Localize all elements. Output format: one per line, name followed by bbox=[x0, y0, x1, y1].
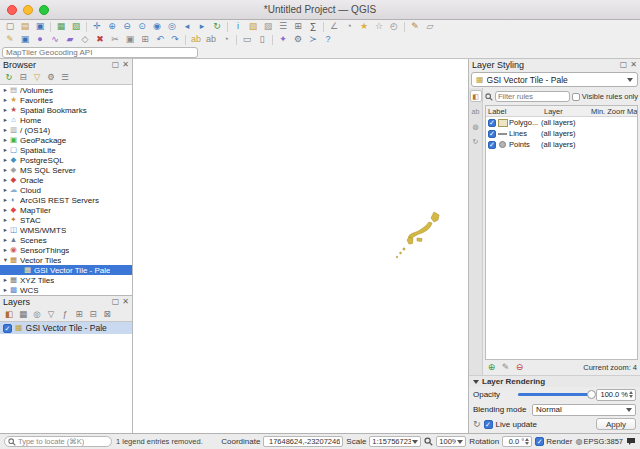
refresh-browser-icon[interactable]: ↻ bbox=[3, 72, 15, 83]
minimize-window-button[interactable] bbox=[23, 5, 33, 15]
rule-row[interactable]: Lines (all layers) bbox=[486, 128, 637, 139]
expand-arrow-icon[interactable]: ▸ bbox=[2, 127, 9, 134]
new-bookmark-icon[interactable]: ★ bbox=[357, 21, 371, 33]
browser-item[interactable]: ▸ ✦ STAC bbox=[0, 215, 132, 225]
opacity-slider[interactable] bbox=[518, 393, 593, 396]
pan-map-icon[interactable]: ✛ bbox=[90, 21, 104, 33]
new-project-icon[interactable]: ▢ bbox=[3, 21, 17, 33]
browser-item[interactable]: ▸ ▲ Scenes bbox=[0, 235, 132, 245]
filter-browser-icon[interactable]: ▽ bbox=[31, 72, 43, 83]
close-panel-icon[interactable]: ✕ bbox=[122, 61, 129, 69]
layer-row[interactable]: ▦ GSI Vector Tile - Pale bbox=[0, 322, 132, 334]
new-print-layout-icon[interactable]: ▭ bbox=[240, 34, 254, 46]
expand-arrow-icon[interactable]: ▸ bbox=[2, 137, 9, 144]
browser-item[interactable]: ▸ ▦ XYZ Tiles bbox=[0, 275, 132, 285]
rule-visibility-checkbox[interactable] bbox=[488, 141, 496, 149]
expand-arrow-icon[interactable]: ▸ bbox=[2, 147, 9, 154]
identify-features-icon[interactable]: i bbox=[231, 21, 245, 33]
python-console-icon[interactable]: ≻ bbox=[306, 34, 320, 46]
undo-icon[interactable]: ↶ bbox=[153, 34, 167, 46]
history-icon[interactable]: ↻ bbox=[473, 420, 481, 429]
help-icon[interactable]: ? bbox=[321, 34, 335, 46]
expand-arrow-icon[interactable]: ▸ bbox=[2, 197, 9, 204]
messages-icon[interactable] bbox=[626, 437, 636, 446]
filter-by-expression-icon[interactable]: ƒ bbox=[59, 309, 71, 320]
spin-up-icon[interactable] bbox=[629, 391, 633, 394]
zoom-out-icon[interactable]: ⊖ bbox=[120, 21, 134, 33]
expand-arrow-icon[interactable]: ▸ bbox=[2, 217, 9, 224]
statistical-summary-icon[interactable]: ∑ bbox=[306, 21, 320, 33]
expand-arrow-icon[interactable]: ▸ bbox=[2, 177, 9, 184]
rules-column-header[interactable]: Label bbox=[486, 107, 542, 116]
visible-rules-only-checkbox[interactable] bbox=[572, 93, 580, 101]
rules-column-header[interactable]: Max. Z... bbox=[625, 107, 637, 116]
rule-row[interactable]: Polygo... (all layers) bbox=[486, 117, 637, 128]
rule-row[interactable]: Points (all layers) bbox=[486, 139, 637, 150]
expand-arrow-icon[interactable]: ▸ bbox=[2, 237, 9, 244]
save-project-icon[interactable]: ▣ bbox=[33, 21, 47, 33]
browser-item[interactable]: ▸ ▥ / (OS14) bbox=[0, 125, 132, 135]
apply-button[interactable]: Apply bbox=[596, 418, 636, 430]
remove-rule-icon[interactable]: ⊖ bbox=[514, 362, 525, 373]
label-options-icon[interactable]: ab bbox=[204, 34, 218, 46]
browser-item[interactable]: ▸ ▤ /Volumes bbox=[0, 85, 132, 95]
zoom-last-icon[interactable]: ◂ bbox=[180, 21, 194, 33]
paste-features-icon[interactable]: ⊞ bbox=[138, 34, 152, 46]
browser-item[interactable]: ▸ ▣ GeoPackage bbox=[0, 135, 132, 145]
browser-item[interactable]: ▸ ▢ SpatiaLite bbox=[0, 145, 132, 155]
add-rule-icon[interactable]: ⊕ bbox=[486, 362, 497, 373]
browser-item[interactable]: ▸ ▩ WCS bbox=[0, 285, 132, 295]
browser-item[interactable]: ▸ ◆ Oracle bbox=[0, 175, 132, 185]
browser-item[interactable]: ▸ ◆ PostgreSQL bbox=[0, 155, 132, 165]
close-window-button[interactable] bbox=[7, 5, 17, 15]
delete-selected-icon[interactable]: ✖ bbox=[93, 34, 107, 46]
expand-all-icon[interactable]: ⊞ bbox=[73, 309, 85, 320]
layer-rendering-header[interactable]: Layer Rendering bbox=[469, 375, 640, 387]
dock-panel-icon[interactable]: ▢ bbox=[620, 61, 628, 69]
close-panel-icon[interactable]: ✕ bbox=[630, 61, 637, 69]
expand-arrow-icon[interactable]: ▸ bbox=[2, 117, 9, 124]
toggle-editing-icon[interactable]: ✎ bbox=[3, 34, 17, 46]
browser-item[interactable]: ▾ ▦ Vector Tiles bbox=[0, 255, 132, 265]
labels-tab-icon[interactable]: ab bbox=[470, 105, 482, 117]
collapse-all-layers-icon[interactable]: ⊟ bbox=[87, 309, 99, 320]
expand-arrow-icon[interactable]: ▸ bbox=[2, 277, 9, 284]
browser-item[interactable]: ▸ ⌂ Home bbox=[0, 115, 132, 125]
expand-arrow-icon[interactable]: ▸ bbox=[2, 87, 9, 94]
select-features-icon[interactable]: ▧ bbox=[246, 21, 260, 33]
dock-panel-icon[interactable]: ▢ bbox=[112, 61, 120, 69]
scale-dropdown[interactable]: 1:157567232 bbox=[369, 436, 421, 447]
measure-icon[interactable]: ∠ bbox=[327, 21, 341, 33]
copy-features-icon[interactable]: ▣ bbox=[123, 34, 137, 46]
layout-manager-icon[interactable]: ▯ bbox=[255, 34, 269, 46]
save-edits-icon[interactable]: ▣ bbox=[18, 34, 32, 46]
crs-status-button[interactable]: ◍ EPSG:3857 bbox=[575, 437, 623, 446]
map-tips-icon[interactable]: ◔ bbox=[342, 21, 356, 33]
browser-item[interactable]: ▸ ◉ SensorThings bbox=[0, 245, 132, 255]
blending-mode-dropdown[interactable]: Normal bbox=[532, 404, 636, 416]
expand-arrow-icon[interactable]: ▸ bbox=[2, 247, 9, 254]
browser-item[interactable]: ▸ ◐ ArcGIS REST Servers bbox=[0, 195, 132, 205]
rotation-spinbox[interactable]: 0.0 ° bbox=[502, 436, 532, 447]
locate-search-field[interactable]: Type to locate (⌘K) bbox=[4, 436, 112, 447]
rules-column-header[interactable]: Min. Zoom bbox=[589, 107, 625, 116]
transparency-tab-icon[interactable]: ◍ bbox=[470, 120, 482, 132]
rule-visibility-checkbox[interactable] bbox=[488, 130, 496, 138]
add-group-icon[interactable]: ▦ bbox=[17, 309, 29, 320]
remove-layer-icon[interactable]: ⊠ bbox=[101, 309, 113, 320]
styling-layer-selector[interactable]: ▦ GSI Vector Tile - Pale bbox=[471, 72, 638, 87]
browser-item[interactable]: ▦ GSI Vector Tile - Pale bbox=[0, 265, 132, 275]
browser-item[interactable]: ▸ ◆ MS SQL Server bbox=[0, 165, 132, 175]
rule-visibility-checkbox[interactable] bbox=[488, 119, 496, 127]
browser-item[interactable]: ▸ ◫ WMS/WMTS bbox=[0, 225, 132, 235]
browser-item[interactable]: ▸ ☁ Cloud bbox=[0, 185, 132, 195]
coordinate-field[interactable]: 17648624,-23207246 bbox=[263, 436, 343, 447]
vertex-tool-icon[interactable]: ◇ bbox=[78, 34, 92, 46]
close-panel-icon[interactable]: ✕ bbox=[122, 298, 129, 306]
expand-arrow-icon[interactable]: ▸ bbox=[2, 97, 9, 104]
dock-panel-icon[interactable]: ▢ bbox=[112, 298, 120, 306]
edit-rule-icon[interactable]: ✎ bbox=[500, 362, 511, 373]
deselect-features-icon[interactable]: ▨ bbox=[261, 21, 275, 33]
layer-visibility-checkbox[interactable] bbox=[3, 324, 12, 333]
browser-item[interactable]: ▸ ◆ MapTiler bbox=[0, 205, 132, 215]
